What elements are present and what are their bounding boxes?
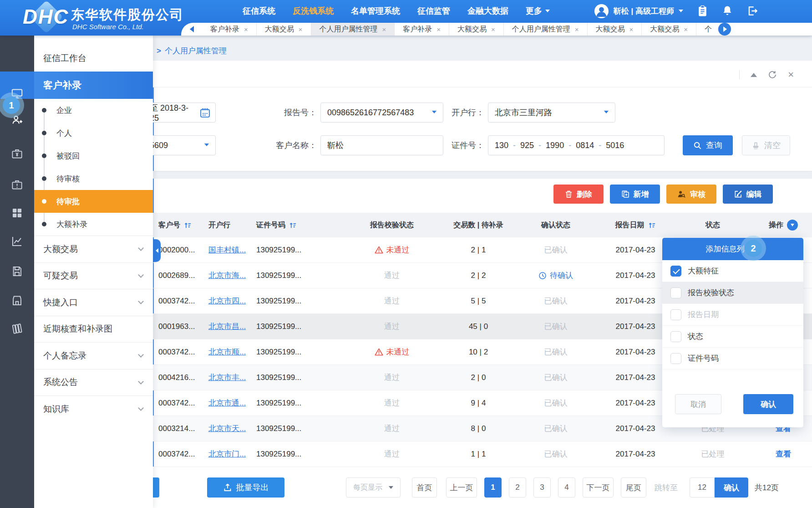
id-no-input[interactable]: 130-925-1990-0814-5016 [488,135,665,155]
view-link[interactable]: 查看 [776,449,791,459]
sidebar-section-0[interactable]: 大额交易 [34,236,153,262]
checkbox-unchecked[interactable] [670,331,681,342]
page-size-select[interactable]: 每页显示 [346,477,401,498]
sidebar-section-5[interactable]: 系统公告 [34,369,153,396]
sidebar-subitem-1[interactable]: 个人 [34,122,153,144]
tab-8[interactable]: 个 [696,23,717,36]
close-icon[interactable]: × [629,26,634,33]
calendar-icon[interactable] [199,107,211,118]
page-button-1[interactable]: 1 [484,477,502,498]
nav-item-5[interactable]: 更多 [526,5,550,16]
sidebar-subitem-2[interactable]: 被驳回 [34,144,153,167]
close-icon[interactable]: × [382,26,386,33]
close-icon[interactable]: × [299,26,303,33]
tab-1[interactable]: 大额交易× [257,23,311,36]
cut-off-button[interactable] [153,477,159,498]
sidebar-section-1[interactable]: 可疑交易 [34,262,153,289]
refresh-icon[interactable] [768,70,777,79]
sort-icon[interactable] [648,221,656,229]
sort-icon[interactable] [289,221,297,229]
checkbox-unchecked[interactable] [670,309,681,320]
column-settings-button[interactable] [787,220,798,231]
page-button-2[interactable]: 2 [509,477,526,498]
tab-2[interactable]: 个人用户属性管理× [311,23,395,36]
checkbox-unchecked[interactable] [670,287,681,298]
sidebar-subitem-5[interactable]: 大额补录 [34,213,153,236]
bank-link[interactable]: 北京市顺... [208,347,246,357]
tab-5[interactable]: 个人用户属性管理× [504,23,588,36]
sidebar-section-2[interactable]: 快捷入口 [34,289,153,316]
confirm-button[interactable]: 确认 [743,394,793,414]
apps-grid-icon[interactable] [0,207,34,219]
add-column-item-3[interactable]: 状态 [662,326,803,348]
sidebar-collapse-handle[interactable] [153,239,161,262]
query-button[interactable]: 查询 [683,135,733,155]
large-amount-case-icon[interactable] [0,148,34,160]
shop-icon[interactable] [0,294,34,307]
knowledge-books-icon[interactable] [0,323,34,335]
nav-item-2[interactable]: 名单管理系统 [351,5,400,16]
bank-link[interactable]: 国丰村镇... [208,245,246,255]
bank-link[interactable]: 北京市天... [208,423,246,434]
add-column-item-2[interactable]: 报告日期 [662,304,803,326]
checkbox-unchecked[interactable] [670,353,681,364]
clear-button[interactable]: 清空 [742,135,790,155]
bank-link[interactable]: 北京市门... [208,449,246,459]
nav-item-1[interactable]: 反洗钱系统 [293,5,334,16]
tab-7[interactable]: 大额交易× [642,23,696,36]
sidebar-subitem-4[interactable]: 待审批 [34,190,153,213]
audit-button[interactable]: 审核 [666,185,716,204]
tab-0[interactable]: 客户补录× [202,23,257,36]
bank-link[interactable]: 北京市丰... [208,372,246,383]
next-page-button[interactable]: 下一页 [583,477,614,498]
add-column-item-0[interactable]: 大额特征 [662,260,803,282]
nav-item-4[interactable]: 金融大数据 [467,5,508,16]
sidebar-subitem-3[interactable]: 待审核 [34,167,153,190]
batch-export-button[interactable]: 批量导出 [207,477,284,498]
bookmark-save-icon[interactable] [0,265,34,277]
page-button-3[interactable]: 3 [533,477,551,498]
chart-icon[interactable] [0,235,34,247]
collapse-panel-icon[interactable] [751,73,757,77]
suspicious-case-icon[interactable] [0,179,34,191]
bank-link[interactable]: 北京市四... [208,296,246,306]
close-icon[interactable]: × [575,26,579,33]
sidebar-section-6[interactable]: 知识库 [34,395,153,422]
notification-bell-icon[interactable] [722,5,733,17]
sidebar-group-customer-supplement[interactable]: 客户补录 [34,72,153,99]
bank-link[interactable]: 北京市通... [208,398,246,408]
tabs-scroll-right-button[interactable] [718,23,731,36]
customer-supplement-user-icon[interactable] [0,114,34,126]
last-page-button[interactable]: 尾页 [621,477,646,498]
date-to-field[interactable]: 至 2018-3-25 [153,103,216,123]
close-panel-icon[interactable]: × [788,70,794,80]
bank-select[interactable]: 北京市三里河路 [488,103,615,123]
bank-link[interactable]: 北京市海... [208,270,246,281]
table-row[interactable]: 0003742...北京市门...130925199...通过1 | 1已确认2… [153,441,812,467]
close-icon[interactable]: × [491,26,495,33]
add-column-item-1[interactable]: 报告校验状态 [662,282,803,304]
first-page-button[interactable]: 首页 [412,477,437,498]
sidebar-section-3[interactable]: 近期核查和补录图 [34,316,153,343]
nav-item-3[interactable]: 征信监管 [417,5,450,16]
tab-6[interactable]: 大额交易× [588,23,642,36]
jump-page-input[interactable]: 12 [690,477,715,498]
page-button-4[interactable]: 4 [558,477,575,498]
sidebar-subitem-0[interactable]: 企业 [34,99,153,122]
customer-no-select[interactable]: 5609 [153,135,216,155]
workbench-monitor-icon[interactable] [0,87,34,100]
add-column-item-4[interactable]: 证件号码 [662,348,803,369]
cancel-button[interactable]: 取消 [675,394,721,414]
bank-link[interactable]: 北京市昌... [208,321,246,332]
sort-icon[interactable] [184,221,192,229]
sidebar-section-4[interactable]: 个人备忘录 [34,342,153,369]
column-header-6[interactable]: 报告日期 [604,221,667,230]
checkbox-checked[interactable] [670,266,681,277]
nav-item-0[interactable]: 征信系统 [243,5,275,16]
close-icon[interactable]: × [436,26,441,33]
breadcrumb-label[interactable]: 个人用户属性管理 [165,46,227,56]
user-chip[interactable]: 靳松 | 高级工程师 [594,4,683,19]
clipboard-icon[interactable] [697,5,708,17]
close-icon[interactable]: × [244,26,248,33]
tab-3[interactable]: 客户补录× [395,23,449,36]
